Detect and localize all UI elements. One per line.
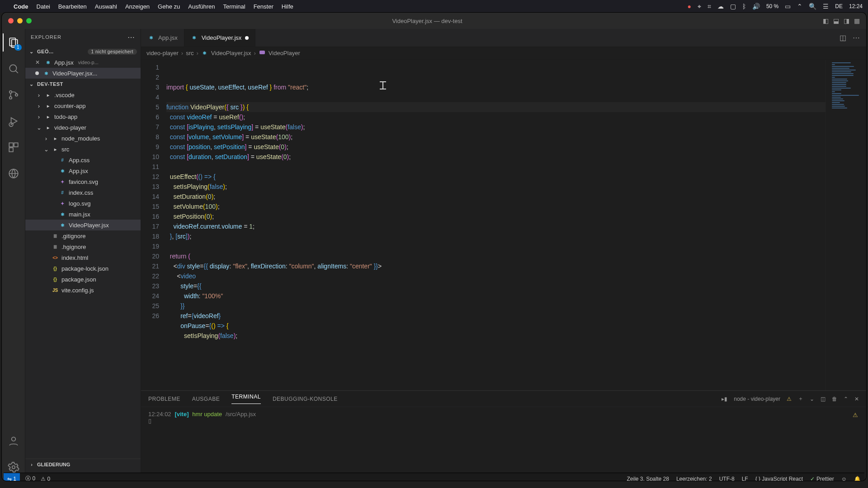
- status-indent[interactable]: Leerzeichen: 2: [676, 476, 712, 481]
- breadcrumb-seg[interactable]: VideoPlayer: [269, 50, 300, 56]
- status-cursor-pos[interactable]: Zeile 3, Spalte 28: [627, 476, 669, 481]
- tab-app[interactable]: ⚛ App.jsx: [141, 29, 184, 47]
- status-warnings[interactable]: ⚠ 0: [41, 476, 50, 481]
- cloud-icon[interactable]: ☁: [717, 3, 724, 10]
- new-terminal-icon[interactable]: ＋: [798, 395, 803, 403]
- wifi-icon[interactable]: ⌃: [797, 3, 802, 10]
- minimap[interactable]: [826, 60, 866, 390]
- activity-debug[interactable]: [3, 110, 24, 132]
- folder-item[interactable]: ⌄▸src: [25, 144, 141, 155]
- status-lang[interactable]: { } JavaScript React: [755, 476, 803, 481]
- customize-layout-icon[interactable]: ▦: [854, 17, 860, 24]
- folder-item[interactable]: ›▸todo-app: [25, 111, 141, 122]
- remote-indicator[interactable]: ⇋ 1: [4, 473, 20, 481]
- file-item[interactable]: JSvite.config.js: [25, 285, 141, 296]
- warning-icon[interactable]: ⚠: [787, 396, 792, 402]
- volume-icon[interactable]: 🔊: [752, 3, 760, 10]
- file-item[interactable]: ≣.gitignore: [25, 230, 141, 241]
- menu-run[interactable]: Ausführen: [188, 3, 215, 10]
- panel-tab-debug[interactable]: DEBUGGING-KONSOLE: [273, 396, 338, 402]
- feedback-icon[interactable]: ☺: [841, 476, 847, 481]
- panel-close-icon[interactable]: ✕: [854, 396, 859, 402]
- kill-terminal-icon[interactable]: 🗑: [832, 396, 837, 402]
- file-item[interactable]: {}package-lock.json: [25, 263, 141, 274]
- menu-edit[interactable]: Bearbeiten: [58, 3, 87, 10]
- tab-videoplayer[interactable]: ⚛ VideoPlayer.jsx: [184, 29, 256, 47]
- file-item[interactable]: ✦favicon.svg: [25, 176, 141, 187]
- layout-panel-icon[interactable]: ⬓: [833, 17, 839, 24]
- fullscreen-window-button[interactable]: [26, 18, 32, 23]
- record-icon[interactable]: ●: [687, 3, 691, 10]
- minimize-window-button[interactable]: [17, 18, 23, 23]
- activity-explorer[interactable]: 1: [3, 32, 24, 53]
- panel-max-icon[interactable]: ⌃: [844, 396, 848, 402]
- close-icon[interactable]: ✕: [35, 59, 40, 66]
- activity-scm[interactable]: [3, 84, 24, 106]
- code-content[interactable]: import { useState, useEffect, useRef } f…: [166, 60, 826, 390]
- breadcrumb-seg[interactable]: video-player: [146, 50, 179, 56]
- notifications-icon[interactable]: 🔔: [854, 476, 861, 481]
- split-terminal-icon[interactable]: ◫: [821, 396, 826, 402]
- folder-item[interactable]: ›▸node_modules: [25, 133, 141, 144]
- breadcrumb-seg[interactable]: src: [186, 50, 193, 56]
- menu-select[interactable]: Auswahl: [95, 3, 117, 10]
- code-editor[interactable]: 1234567891011121314151617181920212223242…: [141, 60, 866, 390]
- file-item[interactable]: ⚛App.jsx: [25, 165, 141, 176]
- editor-more-icon[interactable]: ⋯: [853, 33, 860, 42]
- menu-terminal[interactable]: Terminal: [223, 3, 245, 10]
- menu-window[interactable]: Fenster: [254, 3, 274, 10]
- file-item[interactable]: <>index.html: [25, 252, 141, 263]
- file-item[interactable]: ✦logo.svg: [25, 198, 141, 209]
- folder-item[interactable]: ›▸counter-app: [25, 100, 141, 111]
- layout-primary-sidebar-icon[interactable]: ◧: [823, 17, 829, 24]
- menu-goto[interactable]: Gehe zu: [158, 3, 180, 10]
- status-eol[interactable]: LF: [742, 476, 748, 481]
- bluetooth-icon[interactable]: ᛒ: [742, 3, 746, 10]
- menubar-appname[interactable]: Code: [14, 3, 28, 10]
- breadcrumb[interactable]: video-player› src› ⚛ VideoPlayer.jsx› Vi…: [141, 47, 866, 60]
- battery-pct[interactable]: 50 %: [766, 3, 778, 9]
- input-lang[interactable]: DE: [835, 3, 843, 9]
- open-editors-section[interactable]: ⌄ GEÖ... 1 nicht gespeichert: [25, 46, 141, 57]
- spotlight-icon[interactable]: 🔍: [809, 3, 816, 10]
- file-item[interactable]: {}package.json: [25, 274, 141, 285]
- split-editor-icon[interactable]: ◫: [840, 33, 846, 42]
- file-item[interactable]: ⚛VideoPlayer.jsx: [25, 220, 141, 230]
- airplay-icon[interactable]: ▢: [730, 3, 736, 10]
- file-item[interactable]: #App.css: [25, 155, 141, 165]
- compass-icon[interactable]: ⌖: [698, 3, 701, 10]
- battery-icon[interactable]: ▭: [785, 3, 791, 10]
- control-center-icon[interactable]: ☰: [823, 3, 829, 10]
- breadcrumb-seg[interactable]: VideoPlayer.jsx: [211, 50, 251, 56]
- panel-tab-problems[interactable]: PROBLEME: [148, 396, 180, 402]
- activity-accounts[interactable]: [3, 430, 24, 452]
- terminal-body[interactable]: 12:24:02 [vite] hmr update /src/App.jsx …: [141, 407, 866, 481]
- menu-file[interactable]: Datei: [37, 3, 50, 10]
- file-item[interactable]: ⚛main.jsx: [25, 209, 141, 220]
- open-editor-item[interactable]: ⚛ VideoPlayer.jsx...: [25, 68, 141, 79]
- panel-tab-output[interactable]: AUSGABE: [192, 396, 220, 402]
- sidebar-more-icon[interactable]: ⋯: [127, 33, 135, 42]
- menu-view[interactable]: Anzeigen: [125, 3, 150, 10]
- folder-item[interactable]: ›▸.vscode: [25, 89, 141, 100]
- activity-search[interactable]: [3, 58, 24, 80]
- panel-tab-terminal[interactable]: TERMINAL: [231, 394, 261, 404]
- clock[interactable]: 12:24: [849, 3, 863, 9]
- workspace-root[interactable]: ⌄ DEV-TEST: [25, 79, 141, 89]
- warning-icon[interactable]: ⚠: [853, 412, 858, 418]
- menu-help[interactable]: Hilfe: [282, 3, 293, 10]
- tray-icon[interactable]: ⌗: [708, 3, 711, 10]
- status-encoding[interactable]: UTF-8: [719, 476, 735, 481]
- file-item[interactable]: #index.css: [25, 187, 141, 198]
- layout-secondary-sidebar-icon[interactable]: ◨: [844, 17, 849, 24]
- file-item[interactable]: ≣.hgignore: [25, 241, 141, 252]
- status-errors[interactable]: ⓧ 0: [25, 475, 35, 481]
- folder-item[interactable]: ⌄▸video-player: [25, 122, 141, 133]
- outline-section[interactable]: › GLIEDERUNG: [25, 459, 141, 470]
- status-prettier[interactable]: ✓Prettier: [810, 476, 834, 481]
- terminal-process-label[interactable]: node - video-player: [734, 396, 780, 402]
- close-window-button[interactable]: [8, 18, 14, 23]
- terminal-dropdown-icon[interactable]: ⌄: [810, 396, 814, 402]
- terminal-launch-icon[interactable]: ▸▮: [722, 396, 727, 402]
- activity-extensions[interactable]: [3, 136, 24, 158]
